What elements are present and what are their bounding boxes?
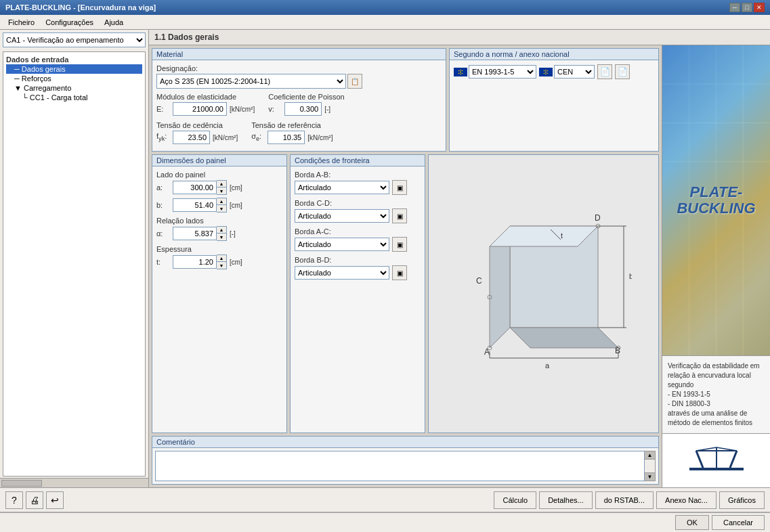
right-sidebar-image: PLATE- BUCKLING <box>662 45 770 355</box>
t-input[interactable] <box>173 255 217 269</box>
svg-point-2 <box>460 69 461 70</box>
eu-flag-norm <box>454 68 467 76</box>
menu-ajuda[interactable]: Ajuda <box>99 17 129 28</box>
borda-ac-btn[interactable]: ▣ <box>392 237 407 252</box>
sigma-row: σe: [kN/cm²] <box>251 131 333 144</box>
svg-text:B: B <box>615 346 620 355</box>
comentario-panel: Comentário ▲ ▼ <box>152 436 659 485</box>
textarea-scroll-down[interactable]: ▼ <box>645 472 655 481</box>
t-spin-down[interactable]: ▼ <box>217 262 226 269</box>
tensao-cedencia-label: Tensão de cedência <box>156 121 238 129</box>
minimize-button[interactable]: ─ <box>729 3 740 12</box>
scroll-bar-horizontal[interactable] <box>0 478 148 487</box>
do-rstab-button[interactable]: do RSTAB... <box>595 491 654 509</box>
v-input[interactable] <box>284 102 322 116</box>
conditions-panel: Condições de fronteira Borda A-B: Articu… <box>290 154 425 433</box>
designacao-edit-button[interactable]: 📋 <box>347 74 362 89</box>
e-input[interactable] <box>173 102 227 116</box>
print-button[interactable]: 🖨 <box>26 491 43 509</box>
t-label: t: <box>156 258 170 266</box>
help-icon: ? <box>12 495 17 506</box>
right-sidebar: PLATE- BUCKLING Verificação da estabilid… <box>662 45 770 487</box>
b-unit: [cm] <box>230 202 242 209</box>
tree-item-dados-gerais[interactable]: ─ Dados gerais <box>6 64 142 74</box>
b-spin-btns: ▲ ▼ <box>217 198 227 213</box>
relacao-group: Relação lados α: ▲ ▼ <box>156 217 282 241</box>
norm-icon-btn-1[interactable]: 📄 <box>597 64 612 79</box>
svg-text:b: b <box>629 272 632 280</box>
borda-bd-select[interactable]: Articulado <box>295 266 389 280</box>
detalhes-button[interactable]: Detalhes... <box>539 491 593 509</box>
tree-item-reforcoes[interactable]: ─ Reforços <box>6 74 142 83</box>
print-icon: 🖨 <box>30 495 39 506</box>
fyk-row: fyk: [kN/cm²] <box>156 131 238 144</box>
cancel-button[interactable]: Cancelar <box>712 515 765 530</box>
right-sidebar-description: Verificação da estabilidade em relação à… <box>668 362 760 426</box>
norm-select[interactable]: EN 1993-1-5 <box>469 65 536 79</box>
ok-button[interactable]: OK <box>675 515 709 530</box>
relacao-label: Relação lados <box>156 217 282 225</box>
borda-bd-group: Borda B-D: Articulado ▣ <box>295 256 421 280</box>
borda-ac-group: Borda A-C: Articulado ▣ <box>295 227 421 252</box>
svg-text:A: A <box>484 347 490 357</box>
tensao-cedencia-group: Tensão de cedência fyk: [kN/cm²] <box>156 121 238 147</box>
fyk-input[interactable] <box>173 131 210 144</box>
svg-marker-17 <box>510 328 618 348</box>
tensao-ref-group: Tensão de referência σe: [kN/cm²] <box>251 121 333 147</box>
export-button[interactable]: ↩ <box>46 491 64 509</box>
ca-dropdown[interactable]: CA1 - Verificação ao empenamento <box>3 32 146 47</box>
alpha-spin-up[interactable]: ▲ <box>217 227 226 234</box>
graficos-button[interactable]: Gráficos <box>719 491 765 509</box>
help-button[interactable]: ? <box>5 491 23 509</box>
a-input[interactable] <box>173 181 217 194</box>
b-spin-down[interactable]: ▼ <box>217 205 226 212</box>
anexo-nac-button[interactable]: Anexo Nac... <box>656 491 716 509</box>
borda-ac-row: Articulado ▣ <box>295 237 421 252</box>
textarea-scrollbar[interactable]: ▲ ▼ <box>645 451 656 481</box>
alpha-input[interactable] <box>173 227 217 240</box>
textarea-scroll-up[interactable]: ▲ <box>645 451 655 460</box>
a-spin-up[interactable]: ▲ <box>217 181 226 187</box>
borda-cd-group: Borda C-D: Articulado ▣ <box>295 199 421 223</box>
calculo-button[interactable]: Cálculo <box>494 491 536 509</box>
borda-bd-btn[interactable]: ▣ <box>392 265 407 280</box>
alpha-spin-down[interactable]: ▼ <box>217 234 226 240</box>
a-spin-down[interactable]: ▼ <box>217 187 226 194</box>
comentario-textarea[interactable] <box>155 451 645 481</box>
borda-cd-select[interactable]: Articulado <box>295 209 389 223</box>
b-spin: ▲ ▼ <box>173 198 227 213</box>
borda-ab-select[interactable]: Articulado <box>295 181 389 194</box>
tree-item-cc1[interactable]: └ CC1 - Carga total <box>6 93 142 102</box>
poisson-group: Coeficiente de Poisson v: [-] <box>268 93 345 118</box>
borda-cd-btn[interactable]: ▣ <box>392 208 407 223</box>
svg-point-12 <box>544 70 545 71</box>
svg-point-9 <box>545 71 547 72</box>
norm-row: EN 1993-1-5 <box>450 60 658 83</box>
scroll-thumb[interactable] <box>1 480 42 487</box>
designacao-select[interactable]: Aço S 235 (EN 10025-2:2004-11) <box>156 74 346 89</box>
svg-point-1 <box>460 71 461 72</box>
menu-ficheiro[interactable]: Ficheiro <box>3 17 40 28</box>
a-spin-btns: ▲ ▼ <box>217 180 227 195</box>
tree-item-carregamento[interactable]: ▼ Carregamento <box>6 83 142 93</box>
borda-ab-icon: ▣ <box>397 184 403 192</box>
a-unit: [cm] <box>230 184 242 192</box>
annex-select[interactable]: CEN <box>554 65 595 79</box>
fyk-unit: [kN/cm²] <box>213 134 238 141</box>
sigma-input[interactable] <box>268 131 305 144</box>
left-panel: CA1 - Verificação ao empenamento Dados d… <box>0 30 149 487</box>
espessura-label: Espessura <box>156 245 282 253</box>
borda-ab-btn[interactable]: ▣ <box>392 180 407 195</box>
a-spin: ▲ ▼ <box>173 180 227 195</box>
b-input[interactable] <box>173 198 217 212</box>
close-button[interactable]: ✕ <box>754 3 765 12</box>
window-controls: ─ □ ✕ <box>729 3 765 12</box>
borda-ac-select[interactable]: Articulado <box>295 238 389 251</box>
svg-point-14 <box>544 72 545 74</box>
norm-icon-btn-2[interactable]: 📄 <box>615 64 630 79</box>
b-spin-up[interactable]: ▲ <box>217 198 226 205</box>
forms-area: Material Designação: Aço S 235 (EN 10025… <box>149 45 662 487</box>
menu-configuracoes[interactable]: Configurações <box>40 17 99 28</box>
maximize-button[interactable]: □ <box>742 3 752 12</box>
t-spin-up[interactable]: ▲ <box>217 255 226 262</box>
